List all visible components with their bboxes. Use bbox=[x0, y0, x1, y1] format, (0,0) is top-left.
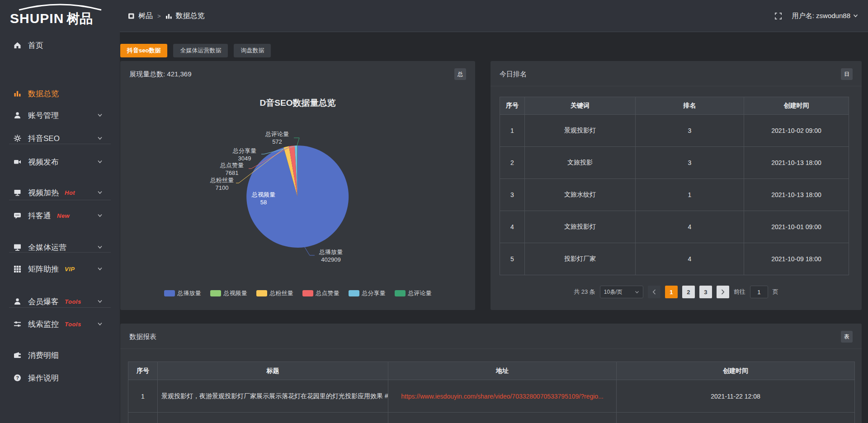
sidebar-item-data-overview[interactable]: 数据总览 bbox=[0, 85, 120, 102]
cell-created: 2021-10-13 18:00 bbox=[744, 179, 849, 211]
bar-chart-icon bbox=[165, 13, 172, 19]
sidebar-item-label: 抖音SEO bbox=[28, 133, 60, 144]
user-icon bbox=[13, 111, 22, 119]
chevron-down-icon bbox=[97, 322, 103, 326]
legend-swatch bbox=[395, 290, 406, 296]
cell-title bbox=[158, 413, 388, 423]
cell-no bbox=[128, 413, 158, 423]
cell-url bbox=[388, 413, 617, 423]
chat-bubble-icon bbox=[13, 212, 22, 220]
sidebar-item-help[interactable]: ? 操作说明 bbox=[0, 370, 120, 386]
sidebar-item-label: 会员爆客 bbox=[28, 296, 59, 307]
tab-douyin-seo[interactable]: 抖音seo数据 bbox=[120, 44, 167, 57]
new-badge: New bbox=[57, 212, 70, 219]
page-button-1[interactable]: 1 bbox=[665, 286, 678, 298]
breadcrumb-current: 数据总览 bbox=[176, 11, 205, 21]
sidebar-item-doukertong[interactable]: 抖客通 New bbox=[0, 207, 120, 224]
daily-toggle-button[interactable]: 日 bbox=[841, 68, 853, 80]
app-square-icon bbox=[128, 13, 135, 19]
table-row-partial bbox=[128, 413, 855, 423]
sidebar-item-account[interactable]: 账号管理 bbox=[0, 107, 120, 123]
legend-item-likes[interactable]: 总点赞量 bbox=[302, 289, 340, 297]
page-size-select[interactable]: 10条/页 bbox=[600, 286, 643, 298]
sidebar-item-matrix-boost[interactable]: 矩阵助推 VIP bbox=[0, 261, 120, 277]
home-icon bbox=[13, 41, 22, 49]
col-no: 序号 bbox=[128, 362, 158, 380]
svg-text:?: ? bbox=[16, 375, 19, 381]
goto-label: 前往 bbox=[734, 288, 745, 296]
goto-page-input[interactable] bbox=[750, 286, 768, 298]
sidebar-item-label: 矩阵助推 bbox=[28, 264, 59, 274]
grid-icon bbox=[13, 265, 22, 273]
tab-media-operation[interactable]: 全媒体运营数据 bbox=[173, 44, 228, 57]
chevron-right-icon bbox=[721, 289, 725, 295]
sidebar-item-media-operation[interactable]: 全媒体运营 bbox=[0, 239, 120, 255]
topbar: SHUPIN 树品 树品 > 数据总览 用户名: zswodun88 bbox=[0, 0, 868, 32]
sidebar-item-video-publish[interactable]: 视频发布 bbox=[0, 154, 120, 170]
goto-suffix: 页 bbox=[773, 288, 778, 296]
chevron-down-icon bbox=[635, 291, 639, 294]
sidebar-item-lead-monitor[interactable]: 线索监控 Tools bbox=[0, 316, 120, 332]
user-menu[interactable]: 用户名: zswodun88 bbox=[792, 12, 858, 20]
rank-panel: 今日排名 日 序号 关键词 排名 创建时间 1 景观投影灯 3 2021-10-… bbox=[491, 61, 862, 310]
cell-created: 2021-10-09 18:00 bbox=[744, 243, 849, 275]
pie-label-play: 总播放量402909 bbox=[313, 248, 349, 263]
sidebar: 首页 数据总览 账号管理 抖音SEO 视频发布 视频加热 Hot 抖客通 New… bbox=[0, 32, 120, 423]
fullscreen-button[interactable] bbox=[774, 12, 782, 20]
sidebar-item-label: 视频发布 bbox=[28, 157, 59, 167]
tools-badge: Tools bbox=[65, 298, 81, 305]
chevron-down-icon bbox=[97, 300, 103, 303]
legend-item-play[interactable]: 总播放量 bbox=[164, 289, 201, 297]
chevron-down-icon bbox=[97, 214, 103, 217]
breadcrumb: 树品 > 数据总览 bbox=[128, 0, 205, 32]
sidebar-item-label: 消费明细 bbox=[28, 350, 59, 361]
sidebar-item-home[interactable]: 首页 bbox=[0, 37, 120, 53]
legend-item-videos[interactable]: 总视频量 bbox=[210, 289, 247, 297]
table-header-row: 序号 关键词 排名 创建时间 bbox=[500, 97, 849, 115]
prev-page-button[interactable] bbox=[648, 286, 660, 298]
legend-item-comments[interactable]: 总评论量 bbox=[395, 289, 432, 297]
monitor-icon bbox=[13, 243, 22, 251]
table-row: 4 文旅投影灯 4 2021-10-01 09:00 bbox=[500, 211, 849, 243]
chevron-down-icon bbox=[97, 267, 103, 271]
chevron-down-icon bbox=[97, 160, 103, 164]
rank-table: 序号 关键词 排名 创建时间 1 景观投影灯 3 2021-10-02 09:0… bbox=[500, 97, 849, 275]
col-created: 创建时间 bbox=[744, 97, 849, 115]
legend-swatch bbox=[256, 290, 267, 296]
tab-inquiry[interactable]: 询盘数据 bbox=[234, 44, 271, 57]
table-header-row: 序号 标题 地址 创建时间 bbox=[128, 362, 855, 380]
pie-label-shares: 总分享量3049 bbox=[229, 147, 260, 162]
page-button-3[interactable]: 3 bbox=[699, 286, 712, 298]
sidebar-item-video-heat[interactable]: 视频加热 Hot bbox=[0, 184, 120, 201]
sidebar-item-label: 抖客通 bbox=[28, 211, 51, 221]
video-link[interactable]: https://www.iesdouyin.com/share/video/70… bbox=[401, 393, 604, 400]
table-toggle-button[interactable]: 表 bbox=[841, 331, 853, 343]
cell-no: 2 bbox=[500, 147, 525, 179]
table-row: 5 投影灯厂家 4 2021-10-09 18:00 bbox=[500, 243, 849, 275]
logo-text-cn: 树品 bbox=[66, 10, 93, 28]
cell-created: 2021-10-13 18:00 bbox=[744, 147, 849, 179]
chevron-down-icon bbox=[853, 14, 858, 18]
legend-item-shares[interactable]: 总分享量 bbox=[349, 289, 386, 297]
legend-swatch bbox=[210, 290, 221, 296]
next-page-button[interactable] bbox=[717, 286, 729, 298]
legend-item-fans[interactable]: 总粉丝量 bbox=[256, 289, 293, 297]
video-camera-icon bbox=[13, 158, 22, 166]
legend-swatch bbox=[349, 290, 359, 296]
legend-swatch bbox=[164, 290, 175, 296]
monitor-icon bbox=[13, 188, 22, 197]
page-button-2[interactable]: 2 bbox=[682, 286, 695, 298]
pie-label-comments: 总评论量572 bbox=[261, 130, 293, 146]
report-panel-title: 数据报表 bbox=[129, 324, 156, 350]
cell-keyword: 景观投影灯 bbox=[525, 115, 636, 147]
gear-icon bbox=[13, 134, 22, 142]
table-row: 3 文旅水纹灯 1 2021-10-13 18:00 bbox=[500, 179, 849, 211]
breadcrumb-separator: > bbox=[157, 13, 161, 19]
divider bbox=[9, 307, 111, 308]
breadcrumb-root[interactable]: 树品 bbox=[138, 11, 153, 21]
data-source-tabs: 抖音seo数据 全媒体运营数据 询盘数据 bbox=[120, 44, 271, 57]
sidebar-item-consumption[interactable]: 消费明细 bbox=[0, 347, 120, 363]
divider bbox=[9, 200, 111, 200]
question-circle-icon: ? bbox=[13, 374, 22, 382]
sidebar-item-label: 操作说明 bbox=[28, 373, 59, 383]
